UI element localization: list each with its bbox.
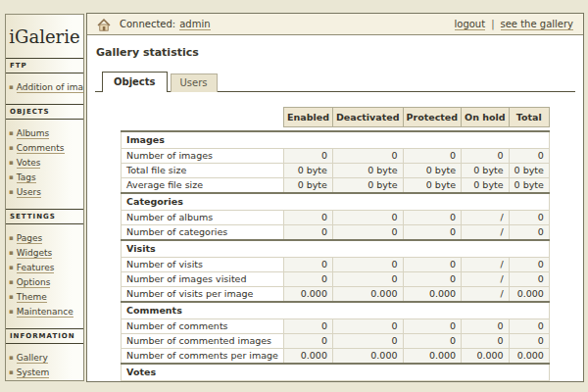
section-row-images: Images	[122, 131, 550, 149]
sidebar-item-widgets[interactable]: ▪Widgets	[9, 248, 82, 258]
sidebar-heading-settings: SETTINGS	[6, 209, 83, 224]
logout-link[interactable]: logout	[455, 19, 486, 30]
sidebar-link-gallery[interactable]: Gallery	[17, 353, 48, 364]
stat-value: 0	[509, 319, 549, 334]
stat-value: 0 byte	[462, 164, 510, 178]
stat-value: 0.000	[332, 349, 403, 365]
column-header-total: Total	[509, 108, 549, 127]
row-label: Total file size	[122, 164, 284, 178]
stat-value: 0	[462, 334, 510, 349]
table-row-number-of-visits: Number of visits000/0	[122, 258, 550, 272]
sidebar-item-system[interactable]: ▪System	[9, 368, 82, 377]
topbar-separator: |	[491, 19, 494, 29]
sidebar-group-information: ▪Gallery▪System▪Incidents	[6, 344, 83, 381]
sidebar-link-system[interactable]: System	[17, 368, 50, 378]
stat-value: 0	[403, 225, 462, 241]
sidebar-item-users[interactable]: ▪Users	[9, 187, 82, 197]
stat-value: 0	[283, 334, 332, 349]
stat-value: 0.000	[283, 287, 332, 303]
row-label: Number of commented images	[122, 334, 284, 349]
stat-value: 0	[403, 258, 462, 272]
sidebar-item-options[interactable]: ▪Options	[9, 277, 82, 287]
stat-value: 0 byte	[403, 164, 462, 178]
sidebar-link-users[interactable]: Users	[17, 187, 41, 198]
section-title-images: Images	[122, 131, 550, 149]
row-label: Number of comments per image	[122, 349, 284, 365]
sidebar: iGalerie FTP▪Addition of imagesOBJECTS▪A…	[5, 14, 84, 381]
section-title-comments: Comments	[122, 302, 550, 319]
username-link[interactable]: admin	[179, 19, 210, 30]
sidebar-item-addition-of-images[interactable]: ▪Addition of images	[9, 82, 82, 92]
sidebar-link-votes[interactable]: Votes	[17, 158, 41, 169]
column-header-enabled: Enabled	[283, 108, 332, 127]
stat-value: 0	[509, 258, 549, 272]
stat-value: 0	[332, 381, 403, 383]
section-title-votes: Votes	[122, 364, 550, 381]
sidebar-link-albums[interactable]: Albums	[17, 128, 50, 139]
sidebar-link-widgets[interactable]: Widgets	[17, 248, 52, 259]
row-label: Number of visits per image	[122, 287, 284, 303]
stat-value: 0.000	[403, 349, 462, 365]
sidebar-item-theme[interactable]: ▪Theme	[9, 292, 82, 302]
bullet-icon: ▪	[9, 354, 14, 362]
sidebar-heading-information: INFORMATION	[6, 328, 83, 344]
stat-value: 0	[403, 149, 462, 164]
stat-value: 0	[332, 149, 403, 164]
stat-value: 0	[403, 381, 462, 383]
stat-value: 0 byte	[283, 178, 332, 194]
stat-value: 0	[283, 211, 332, 225]
sidebar-link-tags[interactable]: Tags	[17, 172, 36, 183]
row-label: Number of images	[122, 149, 284, 164]
stat-value: 0	[283, 258, 332, 272]
app-logo: iGalerie	[6, 15, 83, 58]
stat-value: 0.000	[509, 287, 549, 303]
bullet-icon: ▪	[9, 159, 14, 167]
section-title-visits: Visits	[122, 240, 550, 258]
sidebar-item-features[interactable]: ▪Features	[9, 263, 82, 272]
see-gallery-link[interactable]: see the gallery	[501, 19, 574, 30]
sidebar-link-addition-of-images[interactable]: Addition of images	[17, 82, 84, 93]
sidebar-item-gallery[interactable]: ▪Gallery	[9, 353, 82, 363]
sidebar-link-options[interactable]: Options	[17, 277, 51, 288]
table-row-number-of-images: Number of images00000	[122, 149, 550, 164]
sidebar-item-pages[interactable]: ▪Pages	[9, 233, 82, 243]
topbar: Connected: admin logout | see the galler…	[87, 14, 583, 35]
stat-value: 0	[509, 334, 549, 349]
sidebar-link-features[interactable]: Features	[17, 263, 55, 273]
stat-value: 0	[332, 272, 403, 287]
row-label: Number of visits	[122, 258, 284, 272]
sidebar-link-theme[interactable]: Theme	[17, 292, 47, 303]
sidebar-sections: FTP▪Addition of imagesOBJECTS▪Albums▪Com…	[6, 58, 83, 381]
stat-value: 0.000	[332, 287, 403, 303]
section-row-visits: Visits	[122, 240, 550, 258]
sidebar-item-comments[interactable]: ▪Comments	[9, 143, 82, 153]
table-row-number-of-comments-per-image: Number of comments per image0.0000.0000.…	[122, 349, 550, 365]
sidebar-link-comments[interactable]: Comments	[17, 143, 65, 154]
sidebar-link-pages[interactable]: Pages	[17, 233, 42, 244]
tab-users[interactable]: Users	[171, 74, 218, 92]
page-title: Gallery statistics	[96, 46, 575, 59]
home-icon[interactable]	[97, 18, 111, 31]
stat-value: 0.000	[462, 349, 510, 365]
tab-objects[interactable]: Objects	[102, 72, 168, 92]
sidebar-item-maintenance[interactable]: ▪Maintenance	[9, 307, 82, 317]
sidebar-item-tags[interactable]: ▪Tags	[9, 172, 82, 182]
bullet-icon: ▪	[9, 83, 14, 91]
sidebar-group-ftp: ▪Addition of images	[6, 74, 83, 104]
bullet-icon: ▪	[9, 129, 14, 137]
stat-value: 0 byte	[283, 164, 332, 178]
table-row-number-of-comments: Number of comments00000	[122, 319, 550, 334]
table-row-number-of-images-visited: Number of images visited000/0	[122, 272, 550, 287]
sidebar-item-albums[interactable]: ▪Albums	[9, 128, 82, 138]
section-row-comments: Comments	[122, 302, 550, 319]
stat-value: 0	[283, 319, 332, 334]
sidebar-group-settings: ▪Pages▪Widgets▪Features▪Options▪Theme▪Ma…	[6, 224, 83, 328]
sidebar-link-maintenance[interactable]: Maintenance	[17, 307, 74, 318]
stat-value: 0.000	[403, 287, 462, 303]
stat-value: 0	[403, 319, 462, 334]
bullet-icon: ▪	[9, 234, 14, 242]
sidebar-item-votes[interactable]: ▪Votes	[9, 158, 82, 168]
bullet-icon: ▪	[9, 264, 14, 271]
stat-value: 0 byte	[332, 178, 403, 194]
stat-value: 0	[509, 211, 549, 225]
